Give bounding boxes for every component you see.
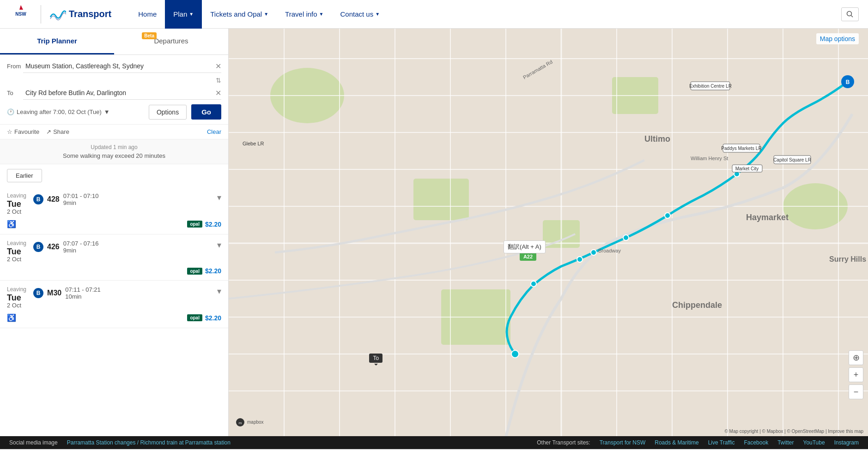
from-label: From	[7, 63, 23, 70]
from-row: From ✕	[7, 60, 221, 73]
beta-badge: Beta	[142, 32, 157, 39]
transport-logo: Transport	[49, 8, 111, 21]
trip-cards: Leaving Tue 2 Oct B 428 07:01 - 07:10 9m…	[0, 187, 228, 328]
trip-card-1[interactable]: Leaving Tue 2 Oct B 426 07:07 - 07:16 9m…	[0, 234, 228, 281]
leaving-time-text: Leaving after 7:00, 02 Oct (Tue)	[17, 108, 102, 115]
trip-form: From ✕ ⇅ To ✕ 🕐 Leaving after 7:00, 02 O…	[0, 55, 228, 125]
from-clear-button[interactable]: ✕	[215, 62, 221, 71]
social-bar: Social media image Parramatta Station ch…	[0, 436, 868, 449]
zoom-in-button[interactable]: +	[849, 367, 863, 382]
trip-card-2[interactable]: Leaving Tue 2 Oct B M30 07:11 - 07:21 10…	[0, 281, 228, 328]
svg-point-36	[623, 235, 629, 240]
sidebar-tabs: Trip Planner Departures Beta	[0, 29, 228, 55]
trip-footer-2: ♿ opal $2.20	[7, 313, 221, 322]
trip-expand-0[interactable]: ▾	[217, 192, 221, 203]
svg-text:William Henry St: William Henry St	[691, 156, 728, 161]
tab-departures[interactable]: Departures	[114, 29, 228, 54]
svg-text:Paddys Markets LR: Paddys Markets LR	[721, 146, 761, 151]
clear-link[interactable]: Clear	[207, 128, 221, 135]
map-background: B Ultimo Haymarket Chippendale Surry Hil…	[229, 29, 868, 436]
opal-chip-1: opal	[187, 268, 202, 275]
nav-home[interactable]: Home	[130, 0, 165, 29]
trip-route-1: B 426 07:07 - 07:16 9min	[33, 240, 210, 254]
trip-route-2: B M30 07:11 - 07:21 10min	[33, 286, 210, 300]
svg-text:A22: A22	[523, 254, 533, 259]
parramatta-link[interactable]: Parramatta Station changes / Richmond tr…	[67, 439, 231, 446]
share-icon: ↗	[46, 128, 51, 135]
locate-button[interactable]: ⊕	[849, 350, 863, 365]
trip-card-header-0: Leaving Tue 2 Oct B 428 07:01 - 07:10 9m…	[7, 192, 221, 215]
route-num-0: 428	[47, 195, 60, 204]
swap-button[interactable]: ⇅	[216, 77, 221, 84]
svg-text:m: m	[239, 421, 242, 425]
svg-text:Ultimo: Ultimo	[644, 134, 670, 144]
opal-chip-0: opal	[187, 221, 202, 228]
fare-price-2[interactable]: $2.20	[205, 314, 221, 322]
star-icon: ☆	[7, 128, 12, 135]
fare-price-0[interactable]: $2.20	[205, 221, 221, 228]
trip-footer-1: opal $2.20	[7, 267, 221, 275]
opal-fare-0: opal $2.20	[187, 221, 221, 228]
mapbox-logo: m mapbox	[236, 418, 273, 427]
go-button[interactable]: Go	[191, 104, 221, 120]
trip-route-0: B 428 07:01 - 07:10 9min	[33, 192, 210, 206]
to-clear-button[interactable]: ✕	[215, 89, 221, 97]
youtube-link[interactable]: YouTube	[803, 439, 825, 446]
transport-text: Transport	[69, 9, 111, 19]
facebook-link[interactable]: Facebook	[744, 439, 768, 446]
svg-text:Market City: Market City	[735, 166, 759, 171]
svg-text:NSW: NSW	[15, 12, 26, 17]
trip-expand-1[interactable]: ▾	[217, 240, 221, 250]
to-input[interactable]	[23, 86, 221, 100]
wheelchair-icon-0: ♿	[7, 220, 16, 228]
nav-tickets[interactable]: Tickets and Opal ▼	[202, 0, 277, 29]
main-layout: Trip Planner Departures Beta From ✕ ⇅ To…	[0, 29, 868, 436]
leaving-chevron: ▼	[104, 108, 110, 115]
earlier-button[interactable]: Earlier	[7, 169, 42, 182]
svg-rect-7	[413, 179, 469, 220]
route-num-2: M30	[47, 289, 61, 297]
bus-badge-0: B	[33, 194, 43, 204]
nav-plan[interactable]: Plan ▼	[165, 0, 202, 29]
instagram-link[interactable]: Instagram	[834, 439, 859, 446]
nav-contact[interactable]: Contact us ▼	[332, 0, 388, 29]
sidebar: Trip Planner Departures Beta From ✕ ⇅ To…	[0, 29, 229, 436]
favourite-link[interactable]: ☆ Favourite	[7, 128, 39, 135]
nav-travel[interactable]: Travel info ▼	[277, 0, 332, 29]
trip-expand-2[interactable]: ▾	[217, 286, 221, 296]
trip-timing-0: 07:01 - 07:10 9min	[63, 192, 99, 206]
bus-badge-2: B	[33, 288, 43, 298]
map-options-button[interactable]: Map options	[816, 33, 859, 44]
share-link[interactable]: ↗ Share	[46, 128, 69, 135]
route-num-1: 426	[47, 243, 60, 251]
tab-trip-planner[interactable]: Trip Planner	[0, 29, 114, 54]
roads-link[interactable]: Roads & Maritime	[655, 439, 698, 446]
trip-date-1: Leaving Tue 2 Oct	[7, 240, 26, 263]
svg-text:Glebe LR: Glebe LR	[243, 141, 264, 146]
share-label: Share	[53, 128, 69, 135]
nav-links: Home Plan ▼ Tickets and Opal ▼ Travel in…	[130, 0, 841, 29]
action-row: ☆ Favourite ↗ Share Clear	[0, 125, 228, 139]
results-info: Updated 1 min ago Some walking may excee…	[0, 139, 228, 164]
traffic-link[interactable]: Live Traffic	[708, 439, 735, 446]
top-nav: NSW Transport Home Plan ▼ Tickets and Op…	[0, 0, 868, 29]
trip-card-header-2: Leaving Tue 2 Oct B M30 07:11 - 07:21 10…	[7, 286, 221, 309]
transport-nsw-link[interactable]: Transport for NSW	[600, 439, 646, 446]
options-row: 🕐 Leaving after 7:00, 02 Oct (Tue) ▼ Opt…	[7, 104, 221, 120]
trip-card-0[interactable]: Leaving Tue 2 Oct B 428 07:01 - 07:10 9m…	[0, 187, 228, 234]
options-button[interactable]: Options	[149, 105, 187, 120]
fare-price-1[interactable]: $2.20	[205, 267, 221, 275]
to-destination-marker: To	[369, 354, 382, 363]
update-text: Updated 1 min ago	[5, 144, 224, 150]
zoom-out-button[interactable]: −	[849, 384, 863, 399]
warning-text: Some walking may exceed 20 minutes	[5, 152, 224, 159]
svg-text:mapbox: mapbox	[247, 420, 264, 425]
from-input[interactable]	[23, 60, 221, 73]
search-button[interactable]	[841, 7, 859, 21]
leaving-time-selector[interactable]: 🕐 Leaving after 7:00, 02 Oct (Tue) ▼	[7, 108, 144, 115]
trip-timing-1: 07:07 - 07:16 9min	[63, 240, 99, 254]
trip-timing-2: 07:11 - 07:21 10min	[65, 286, 101, 300]
twitter-link[interactable]: Twitter	[777, 439, 794, 446]
wheelchair-icon-2: ♿	[7, 313, 16, 322]
opal-fare-2: opal $2.20	[187, 314, 221, 322]
